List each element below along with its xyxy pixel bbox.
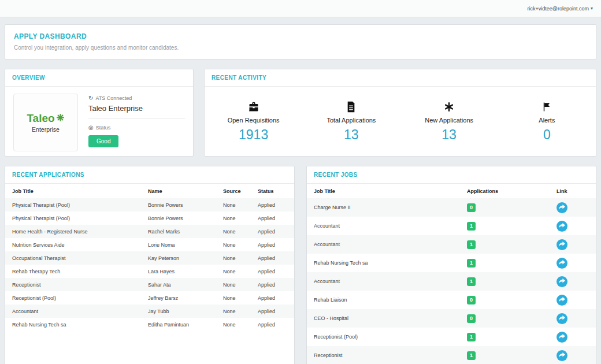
- table-cell: Receptionist (Pool): [5, 291, 141, 304]
- table-cell: Applied: [251, 211, 294, 225]
- applications-count-badge: 1: [467, 333, 476, 341]
- applications-cell: 0: [460, 291, 550, 309]
- column-header: Link: [550, 184, 596, 198]
- job-link-button[interactable]: [557, 276, 567, 287]
- share-arrow-icon: [559, 352, 565, 358]
- user-menu[interactable]: rick+vidtee@rolepoint.com ▾: [528, 6, 593, 12]
- table-cell: Nutrition Services Aide: [5, 238, 141, 251]
- table-row: Accountant1: [307, 217, 596, 235]
- stat-label: New Applications: [400, 117, 498, 124]
- link-cell: [550, 272, 596, 291]
- table-row: Physical Therapist (Pool)Bonnie PowersNo…: [5, 198, 294, 211]
- applications-cell: 0: [460, 309, 550, 328]
- share-arrow-icon: [559, 223, 565, 229]
- table-cell: Applied: [251, 318, 294, 331]
- stat-value: 13: [400, 127, 498, 143]
- table-row: Receptionist (Pool)Jeffrey BarszNoneAppl…: [5, 291, 294, 304]
- table-row: Accountant1: [307, 235, 596, 254]
- job-link-button[interactable]: [557, 202, 567, 213]
- stat-value: 1913: [205, 127, 302, 143]
- job-link-button[interactable]: [557, 221, 567, 232]
- table-row: Rehab Therapy TechLara HayesNoneApplied: [5, 265, 294, 278]
- table-cell: Editha Pamintuan: [141, 318, 216, 331]
- stat-alerts: Alerts 0: [498, 101, 596, 143]
- taleo-star-icon: [56, 113, 65, 124]
- job-title-cell: Rehab Nursing Tech sa: [307, 254, 460, 272]
- table-cell: None: [216, 225, 251, 238]
- share-arrow-icon: [559, 205, 565, 210]
- stat-label: Total Applications: [302, 117, 400, 124]
- table-cell: Receptionist: [5, 278, 141, 291]
- share-arrow-icon: [559, 260, 565, 266]
- table-cell: Accountant: [5, 304, 141, 318]
- activity-stats: Open Requisitions 1913 Total Application…: [205, 87, 596, 156]
- table-cell: Sahar Ata: [141, 278, 216, 291]
- share-arrow-icon: [559, 334, 565, 340]
- table-cell: None: [216, 318, 251, 331]
- table-row: CEO - Hospital0: [307, 309, 596, 328]
- status-good-button[interactable]: Good: [88, 135, 118, 147]
- table-cell: None: [216, 291, 251, 304]
- table-row: Receptionist (Pool)1: [307, 328, 596, 346]
- taleo-logo: Taleo: [27, 112, 64, 125]
- applications-count-badge: 1: [467, 240, 476, 249]
- table-row: Occupational TherapistKay PetersonNoneAp…: [5, 251, 294, 265]
- applications-count-badge: 1: [467, 259, 476, 268]
- table-cell: Lara Hayes: [141, 265, 216, 278]
- link-cell: [550, 198, 596, 217]
- job-title-cell: Accountant: [307, 272, 460, 291]
- stat-label: Open Requisitions: [205, 117, 302, 124]
- table-row: Charge Nurse II0: [307, 198, 596, 217]
- ats-connected-label: ↻ ATS Connected: [88, 95, 185, 101]
- table-cell: None: [216, 211, 251, 225]
- job-link-button[interactable]: [557, 350, 567, 361]
- share-arrow-icon: [559, 242, 565, 247]
- table-cell: Home Health - Registered Nurse: [5, 225, 141, 238]
- ats-info: ↻ ATS Connected Taleo Enterprise ◎ Statu…: [88, 94, 185, 151]
- chevron-down-icon: ▾: [591, 6, 593, 11]
- job-title-cell: Receptionist (Pool): [307, 328, 460, 346]
- table-cell: Applied: [251, 225, 294, 238]
- table-cell: Bonnie Powers: [141, 198, 216, 211]
- user-email: rick+vidtee@rolepoint.com: [528, 6, 589, 12]
- table-cell: Applied: [251, 278, 294, 291]
- asterisk-icon: [400, 101, 498, 113]
- applications-cell: 1: [460, 328, 550, 346]
- job-link-button[interactable]: [557, 295, 567, 306]
- taleo-logo-text: Taleo: [27, 112, 54, 125]
- table-cell: Applied: [251, 265, 294, 278]
- stat-open-requisitions: Open Requisitions 1913: [205, 101, 302, 143]
- page-title: APPLY DASHBOARD: [14, 32, 587, 40]
- taleo-logo-card: Taleo Enterprise: [13, 94, 78, 151]
- document-icon: [302, 101, 400, 113]
- table-cell: Rehab Therapy Tech: [5, 265, 141, 278]
- table-cell: None: [216, 238, 251, 251]
- share-arrow-icon: [559, 278, 565, 284]
- status-icon: ◎: [88, 124, 94, 131]
- job-link-button[interactable]: [557, 332, 567, 343]
- table-row: Receptionist1: [307, 346, 596, 364]
- applications-cell: 1: [460, 272, 550, 291]
- header-card: APPLY DASHBOARD Control you integration,…: [5, 24, 596, 60]
- stat-value: 13: [302, 127, 400, 143]
- job-link-button[interactable]: [557, 313, 567, 324]
- link-cell: [550, 291, 596, 309]
- recent-applications-table: Job Title Name Source Status Physical Th…: [5, 184, 294, 331]
- job-link-button[interactable]: [557, 239, 567, 250]
- table-cell: Applied: [251, 251, 294, 265]
- table-cell: None: [216, 251, 251, 265]
- apply-dashboard-page: rick+vidtee@rolepoint.com ▾ APPLY DASHBO…: [0, 0, 601, 364]
- recent-jobs-panel: RECENT JOBS Job Title Applications Link …: [306, 166, 596, 364]
- overview-panel-title: OVERVIEW: [5, 69, 193, 87]
- recent-jobs-panel-title: RECENT JOBS: [307, 166, 596, 184]
- table-header: Job Title Applications Link: [307, 184, 596, 198]
- table-cell: Lorie Noma: [141, 238, 216, 251]
- recent-activity-panel-title: RECENT ACTIVITY: [205, 69, 596, 87]
- recent-jobs-table: Job Title Applications Link Charge Nurse…: [307, 184, 596, 364]
- recent-applications-panel: RECENT APPLICATIONS Job Title Name Sourc…: [5, 166, 295, 364]
- table-row: Rehab Liaison0: [307, 291, 596, 309]
- table-row: AccountantJay TubbNoneApplied: [5, 304, 294, 318]
- job-link-button[interactable]: [557, 258, 567, 269]
- tables-row: RECENT APPLICATIONS Job Title Name Sourc…: [5, 166, 596, 364]
- link-cell: [550, 235, 596, 254]
